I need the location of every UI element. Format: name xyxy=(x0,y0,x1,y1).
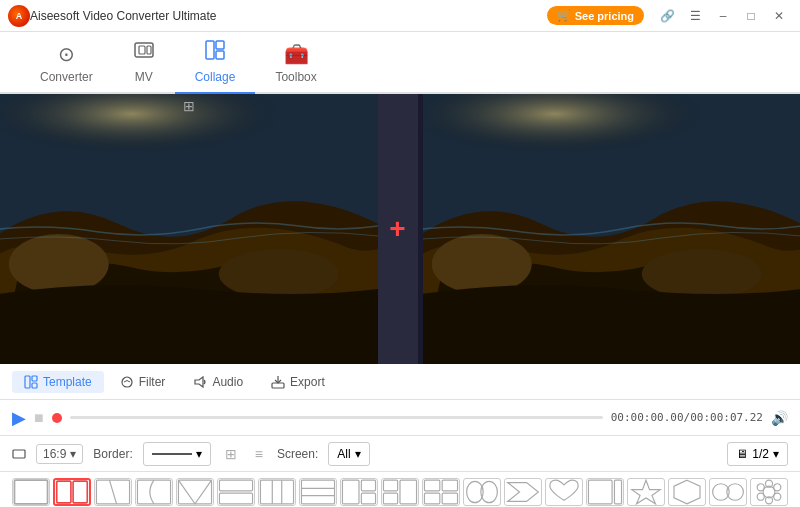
nav-tabs: ⊙ Converter MV Collage 🧰 Toolbox xyxy=(0,32,800,94)
volume-button[interactable]: 🔊 xyxy=(771,410,788,426)
monitor-icon: 🖥 xyxy=(736,447,748,461)
tab-collage[interactable]: Collage xyxy=(175,31,256,94)
screen-label: Screen: xyxy=(277,447,318,461)
ratio-selector[interactable]: 16:9 ▾ xyxy=(36,444,83,464)
template-wide-left[interactable] xyxy=(586,478,624,506)
toolbox-icon: 🧰 xyxy=(284,42,309,66)
template-hex[interactable] xyxy=(668,478,706,506)
cart-icon: 🛒 xyxy=(557,9,571,22)
svg-marker-48 xyxy=(508,483,539,502)
template-circle2[interactable] xyxy=(709,478,747,506)
converter-icon: ⊙ xyxy=(58,42,75,66)
template-heart[interactable] xyxy=(545,478,583,506)
pattern-button[interactable]: ≡ xyxy=(251,444,267,464)
template-arrow[interactable] xyxy=(504,478,542,506)
bottom-area: Template Filter Audio Export ▶ ■ 00:00:0… xyxy=(0,364,800,507)
screen-chevron-icon: ▾ xyxy=(355,447,361,461)
svg-rect-27 xyxy=(178,480,211,504)
stop-button[interactable]: ■ xyxy=(34,409,44,427)
ratio-icon xyxy=(12,447,26,461)
time-display: 00:00:00.00/00:00:07.22 xyxy=(611,411,763,424)
tab-toolbox-label: Toolbox xyxy=(275,70,316,84)
svg-rect-28 xyxy=(219,480,252,491)
template-single[interactable] xyxy=(12,478,50,506)
screen-value: All xyxy=(337,447,350,461)
svg-rect-36 xyxy=(342,480,359,504)
svg-rect-21 xyxy=(14,480,47,504)
minimize-button[interactable]: – xyxy=(710,5,736,27)
svg-rect-38 xyxy=(361,493,375,504)
template-curved[interactable] xyxy=(135,478,173,506)
svg-rect-49 xyxy=(588,480,612,504)
menu-button[interactable]: ☰ xyxy=(682,5,708,27)
template-4grid[interactable] xyxy=(422,478,460,506)
video-panel-right[interactable] xyxy=(423,94,801,364)
tab-filter[interactable]: Filter xyxy=(108,371,178,393)
add-clip-button[interactable]: + xyxy=(389,213,405,245)
svg-rect-30 xyxy=(260,480,293,504)
svg-rect-15 xyxy=(32,376,37,381)
tab-toolbox[interactable]: 🧰 Toolbox xyxy=(255,34,336,94)
svg-rect-40 xyxy=(383,493,397,504)
timeline[interactable] xyxy=(70,416,603,419)
svg-rect-43 xyxy=(442,480,457,491)
mv-icon xyxy=(133,39,155,66)
page-chevron-icon: ▾ xyxy=(773,447,779,461)
template-star[interactable] xyxy=(627,478,665,506)
titlebar: A Aiseesoft Video Converter Ultimate 🛒 S… xyxy=(0,0,800,32)
tab-export-label: Export xyxy=(290,375,325,389)
svg-point-9 xyxy=(219,249,339,299)
pricing-button[interactable]: 🛒 See pricing xyxy=(547,6,644,25)
svg-point-57 xyxy=(774,484,781,491)
svg-rect-20 xyxy=(13,450,25,458)
template-mixed-right[interactable] xyxy=(381,478,419,506)
tab-template-label: Template xyxy=(43,375,92,389)
svg-rect-22 xyxy=(57,481,71,503)
grid-view-button[interactable]: ⊞ xyxy=(221,444,241,464)
collage-icon xyxy=(204,39,226,66)
video-divider: + xyxy=(378,94,418,364)
svg-rect-3 xyxy=(206,41,214,59)
template-wide[interactable] xyxy=(217,478,255,506)
close-button[interactable]: ✕ xyxy=(766,5,792,27)
template-flower[interactable] xyxy=(750,478,788,506)
svg-point-8 xyxy=(9,234,109,294)
svg-rect-5 xyxy=(216,51,224,59)
function-tabs: Template Filter Audio Export xyxy=(0,364,800,400)
template-3col[interactable] xyxy=(258,478,296,506)
svg-rect-39 xyxy=(383,480,397,491)
tab-audio[interactable]: Audio xyxy=(181,371,255,393)
template-angle[interactable] xyxy=(94,478,132,506)
template-mixed-left[interactable] xyxy=(340,478,378,506)
play-button[interactable]: ▶ xyxy=(12,407,26,429)
tab-template[interactable]: Template xyxy=(12,371,104,393)
playback-bar: ▶ ■ 00:00:00.00/00:00:07.22 🔊 xyxy=(0,400,800,436)
svg-point-61 xyxy=(757,484,764,491)
template-grid xyxy=(0,472,800,507)
split-indicator: ⊞ xyxy=(183,98,195,114)
tab-export[interactable]: Export xyxy=(259,371,337,393)
svg-rect-26 xyxy=(137,480,170,504)
svg-rect-44 xyxy=(424,493,439,504)
svg-point-12 xyxy=(431,234,531,294)
svg-rect-42 xyxy=(424,480,439,491)
tab-converter[interactable]: ⊙ Converter xyxy=(20,34,113,94)
template-v-shape[interactable] xyxy=(176,478,214,506)
tab-filter-label: Filter xyxy=(139,375,166,389)
border-selector[interactable]: ▾ xyxy=(143,442,211,466)
svg-rect-41 xyxy=(400,480,417,504)
window-controls: 🔗 ☰ – □ ✕ xyxy=(654,5,792,27)
page-value: 1/2 xyxy=(752,447,769,461)
template-oval2[interactable] xyxy=(463,478,501,506)
tab-mv[interactable]: MV xyxy=(113,31,175,94)
template-3row[interactable] xyxy=(299,478,337,506)
record-indicator xyxy=(52,413,62,423)
video-panel-left[interactable]: ⊞ xyxy=(0,94,378,364)
link-button[interactable]: 🔗 xyxy=(654,5,680,27)
screen-selector[interactable]: All ▾ xyxy=(328,442,369,466)
border-chevron-icon: ▾ xyxy=(196,447,202,461)
chevron-down-icon: ▾ xyxy=(70,447,76,461)
page-selector[interactable]: 🖥 1/2 ▾ xyxy=(727,442,788,466)
template-split2v[interactable] xyxy=(53,478,91,506)
maximize-button[interactable]: □ xyxy=(738,5,764,27)
